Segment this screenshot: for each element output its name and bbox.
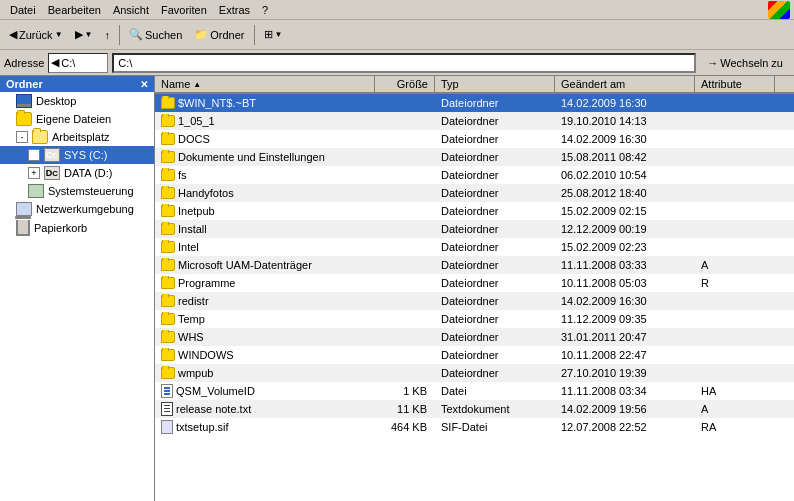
file-cell-name: $WIN_NT$.~BT <box>155 96 375 110</box>
forward-button[interactable]: ▶ ▼ <box>70 23 98 47</box>
file-cell-size <box>375 282 435 284</box>
folder-button[interactable]: 📁 Ordner <box>189 23 249 47</box>
file-cell-attr <box>695 156 775 158</box>
menu-bearbeiten[interactable]: Bearbeiten <box>42 3 107 17</box>
file-cell-name: DOCS <box>155 132 375 146</box>
sidebar-item-desktop[interactable]: Desktop <box>0 92 154 110</box>
col-header-date[interactable]: Geändert am <box>555 76 695 92</box>
file-cell-size <box>375 354 435 356</box>
table-row[interactable]: fsDateiordner06.02.2010 10:54 <box>155 166 794 184</box>
sidebar-papierkorb-label: Papierkorb <box>34 222 87 234</box>
file-cell-name: Handyfotos <box>155 186 375 200</box>
sys-c-expander[interactable]: - <box>28 149 40 161</box>
file-cell-size <box>375 246 435 248</box>
table-row[interactable]: redistrDateiordner14.02.2009 16:30 <box>155 292 794 310</box>
sidebar-item-sys-c[interactable]: - C SYS (C:) <box>0 146 154 164</box>
sidebar-item-systemsteuerung[interactable]: Systemsteuerung <box>0 182 154 200</box>
table-row[interactable]: DOCSDateiordner14.02.2009 16:30 <box>155 130 794 148</box>
table-row[interactable]: WHSDateiordner31.01.2011 20:47 <box>155 328 794 346</box>
file-cell-size <box>375 372 435 374</box>
file-cell-name: WHS <box>155 330 375 344</box>
file-cell-date: 15.02.2009 02:15 <box>555 204 695 218</box>
table-row[interactable]: TempDateiordner11.12.2009 09:35 <box>155 310 794 328</box>
menu-help[interactable]: ? <box>256 3 274 17</box>
address-input-container[interactable] <box>112 53 696 73</box>
up-button[interactable]: ↑ <box>99 23 115 47</box>
file-cell-name: Dokumente und Einstellungen <box>155 150 375 164</box>
file-cell-size <box>375 120 435 122</box>
file-cell-type: Dateiordner <box>435 168 555 182</box>
sidebar-item-data-d[interactable]: + D DATA (D:) <box>0 164 154 182</box>
file-name-text: Install <box>178 223 207 235</box>
menu-favoriten[interactable]: Favoriten <box>155 3 213 17</box>
data-d-expander[interactable]: + <box>28 167 40 179</box>
sidebar-netzwerk-label: Netzwerkumgebung <box>36 203 134 215</box>
file-name-text: QSM_VolumeID <box>176 385 255 397</box>
breadcrumb-arrow: ◀ <box>51 56 59 69</box>
file-name-text: Handyfotos <box>178 187 234 199</box>
file-cell-type: Dateiordner <box>435 330 555 344</box>
search-button[interactable]: 🔍 Suchen <box>124 23 187 47</box>
file-cell-attr: R <box>695 276 775 290</box>
sidebar-item-papierkorb[interactable]: Papierkorb <box>0 218 154 238</box>
menu-datei[interactable]: Datei <box>4 3 42 17</box>
file-cell-size: 464 KB <box>375 420 435 434</box>
file-cell-date: 14.02.2009 16:30 <box>555 96 695 110</box>
go-button[interactable]: → Wechseln zu <box>700 52 790 74</box>
col-header-size[interactable]: Größe <box>375 76 435 92</box>
trash-icon <box>16 220 30 236</box>
file-cell-attr <box>695 246 775 248</box>
file-cell-attr <box>695 372 775 374</box>
col-header-attr[interactable]: Attribute <box>695 76 775 92</box>
file-cell-attr <box>695 210 775 212</box>
view-button[interactable]: ⊞ ▼ <box>259 23 288 47</box>
col-header-type[interactable]: Typ <box>435 76 555 92</box>
file-icon <box>161 349 175 361</box>
table-row[interactable]: Dokumente und EinstellungenDateiordner15… <box>155 148 794 166</box>
table-row[interactable]: WINDOWSDateiordner10.11.2008 22:47 <box>155 346 794 364</box>
address-input[interactable] <box>118 57 690 69</box>
file-cell-attr <box>695 354 775 356</box>
table-row[interactable]: $WIN_NT$.~BTDateiordner14.02.2009 16:30 <box>155 94 794 112</box>
back-button[interactable]: ◀ Zurück ▼ <box>4 23 68 47</box>
file-rows-container: $WIN_NT$.~BTDateiordner14.02.2009 16:301… <box>155 94 794 436</box>
table-row[interactable]: wmpubDateiordner27.10.2010 19:39 <box>155 364 794 382</box>
table-row[interactable]: InstallDateiordner12.12.2009 00:19 <box>155 220 794 238</box>
table-row[interactable]: IntelDateiordner15.02.2009 02:23 <box>155 238 794 256</box>
col-header-name[interactable]: Name ▲ <box>155 76 375 92</box>
table-row[interactable]: ProgrammeDateiordner10.11.2008 05:03R <box>155 274 794 292</box>
file-cell-size <box>375 138 435 140</box>
table-row[interactable]: txtsetup.sif464 KBSIF-Datei12.07.2008 22… <box>155 418 794 436</box>
file-name-text: WINDOWS <box>178 349 234 361</box>
menu-ansicht[interactable]: Ansicht <box>107 3 155 17</box>
sidebar-close-button[interactable]: ✕ <box>140 79 148 90</box>
arbeitsplatz-expander[interactable]: - <box>16 131 28 143</box>
sidebar-item-arbeitsplatz[interactable]: - Arbeitsplatz <box>0 128 154 146</box>
back-dropdown-icon: ▼ <box>55 30 63 39</box>
file-cell-attr <box>695 300 775 302</box>
sidebar-item-eigene-dateien[interactable]: Eigene Dateien <box>0 110 154 128</box>
toolbar-divider-1 <box>119 25 120 45</box>
file-cell-type: Dateiordner <box>435 222 555 236</box>
menu-extras[interactable]: Extras <box>213 3 256 17</box>
table-row[interactable]: Microsoft UAM-DatenträgerDateiordner11.1… <box>155 256 794 274</box>
file-icon <box>161 420 173 434</box>
forward-arrow-icon: ▶ <box>75 28 83 41</box>
table-row[interactable]: InetpubDateiordner15.02.2009 02:15 <box>155 202 794 220</box>
file-name-text: Microsoft UAM-Datenträger <box>178 259 312 271</box>
file-cell-date: 10.11.2008 22:47 <box>555 348 695 362</box>
file-cell-date: 14.02.2009 16:30 <box>555 132 695 146</box>
table-row[interactable]: QSM_VolumeID1 KBDatei11.11.2008 03:34HA <box>155 382 794 400</box>
table-row[interactable]: 1_05_1Dateiordner19.10.2010 14:13 <box>155 112 794 130</box>
file-cell-type: Dateiordner <box>435 294 555 308</box>
file-name-text: txtsetup.sif <box>176 421 229 433</box>
address-bar: Adresse ◀ C:\ → Wechseln zu <box>0 50 794 76</box>
file-cell-size <box>375 102 435 104</box>
folder-label: Ordner <box>210 29 244 41</box>
file-cell-name: txtsetup.sif <box>155 419 375 435</box>
file-cell-size <box>375 318 435 320</box>
table-row[interactable]: HandyfotosDateiordner25.08.2012 18:40 <box>155 184 794 202</box>
file-name-text: Inetpub <box>178 205 215 217</box>
file-cell-name: fs <box>155 168 375 182</box>
table-row[interactable]: release note.txt11 KBTextdokument14.02.2… <box>155 400 794 418</box>
